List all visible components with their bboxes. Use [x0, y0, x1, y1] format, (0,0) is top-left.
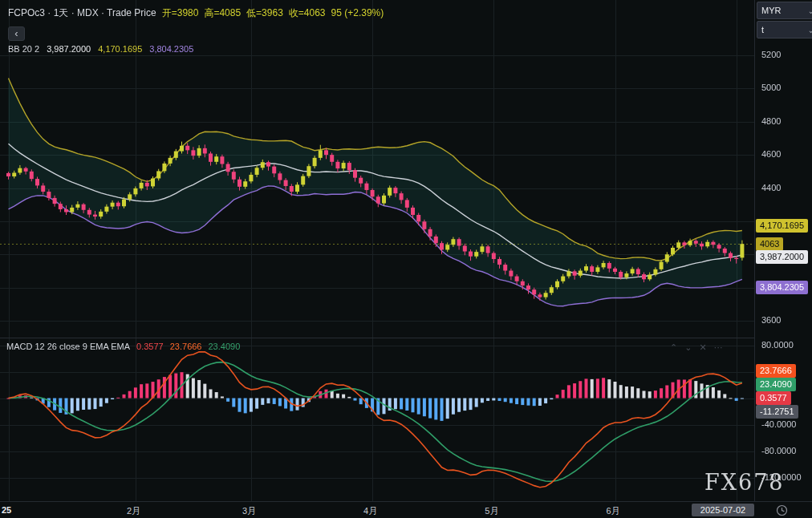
symbol-info[interactable]: FCPOc3 · 1天 · MDX · Trade Price [8, 7, 156, 18]
macd-tick-label: -40.0000 [761, 419, 796, 429]
back-button[interactable]: ‹ [8, 26, 25, 41]
price-tick-label: 5200 [761, 50, 781, 59]
clock-icon[interactable] [776, 504, 788, 516]
macd-line-axis-label: 23.7666 [756, 364, 796, 378]
macd-indicator-row: MACD 12 26 close 9 EMA EMA0.357723.76662… [6, 342, 246, 351]
bb-title[interactable]: BB 20 2 [8, 44, 39, 54]
time-tick-label: 6月 [607, 505, 620, 517]
bb-basis-value: 3,987.2000 [47, 44, 91, 54]
price-tick-label: 4800 [761, 116, 781, 126]
price-tick-label: 4600 [761, 149, 781, 159]
currency-label: MYR [761, 6, 781, 15]
chart-canvas[interactable] [0, 0, 812, 518]
time-axis[interactable]: 252月3月4月5月6月 2025-07-02 [0, 501, 812, 518]
change-value: 95 (+2.39%) [331, 7, 384, 18]
watermark: FX678 [704, 470, 785, 495]
bb-upper-axis-label: 4,170.1695 [756, 219, 808, 233]
bb-upper-value: 4,170.1695 [98, 44, 142, 54]
time-tick-label: 5月 [485, 505, 498, 517]
macd-tick-label: 80.0000 [761, 340, 794, 350]
macd-tick-label: -80.0000 [761, 446, 796, 455]
time-tick-label: 25 [2, 505, 11, 515]
time-tick-label: 2月 [127, 505, 140, 517]
trading-chart-app: FCPOc3 · 1天 · MDX · Trade Price开=3980高=4… [0, 0, 812, 518]
macd-title[interactable]: MACD 12 26 close 9 EMA EMA [6, 342, 130, 351]
high-value: 高=4085 [204, 7, 241, 18]
price-tick-label: 4400 [761, 183, 781, 192]
current-date-box[interactable]: 2025-07-02 [692, 504, 754, 516]
currency-dropdown[interactable]: MYR ⌄ [757, 2, 812, 19]
symbol-header: FCPOc3 · 1天 · MDX · Trade Price开=3980高=4… [8, 6, 389, 20]
macd-pane-controls: ⌃⌄✕⋯ [663, 342, 723, 353]
macd-pane-control-icon[interactable]: ⋯ [714, 342, 723, 352]
close-value: 收=4063 [289, 7, 326, 18]
last-price-axis-label: 4063 [756, 237, 783, 251]
chevron-down-icon: ⌄ [808, 26, 812, 34]
open-value: 开=3980 [162, 7, 199, 18]
price-tick-label: 5000 [761, 83, 781, 92]
bb-indicator-row: BB 20 23,987.20004,170.16953,804.2305 [8, 44, 201, 54]
bb-lower-value: 3,804.2305 [149, 44, 193, 54]
price-axis[interactable]: MYR ⌄ t ⌄ 52005000480046004400360080.000… [754, 0, 812, 501]
macd-hist-value: 0.3577 [136, 342, 164, 351]
time-tick-label: 3月 [242, 505, 256, 517]
macd-hist-axis-label: 0.3577 [756, 391, 791, 405]
macd-signal-value: 23.4090 [208, 342, 240, 351]
macd-signal-axis-label: 23.4090 [756, 378, 796, 391]
macd-pane-control-icon[interactable]: ⌃ [670, 342, 677, 352]
time-tick-label: 4月 [363, 505, 377, 517]
low-value: 低=3963 [246, 7, 283, 18]
macd-line-value: 23.7666 [170, 342, 202, 351]
macd-extra-axis-label: -11.2751 [756, 405, 798, 419]
bb-basis-axis-label: 3,987.2000 [756, 250, 808, 264]
macd-pane-control-icon[interactable]: ✕ [699, 342, 706, 352]
back-icon: ‹ [14, 27, 18, 39]
price-tick-label: 3600 [761, 315, 781, 325]
chevron-down-icon: ⌄ [808, 6, 812, 15]
macd-pane-control-icon[interactable]: ⌄ [684, 342, 692, 352]
bb-lower-axis-label: 3,804.2305 [756, 281, 808, 294]
unit-label: t [761, 25, 764, 34]
unit-dropdown[interactable]: t ⌄ [757, 21, 812, 38]
